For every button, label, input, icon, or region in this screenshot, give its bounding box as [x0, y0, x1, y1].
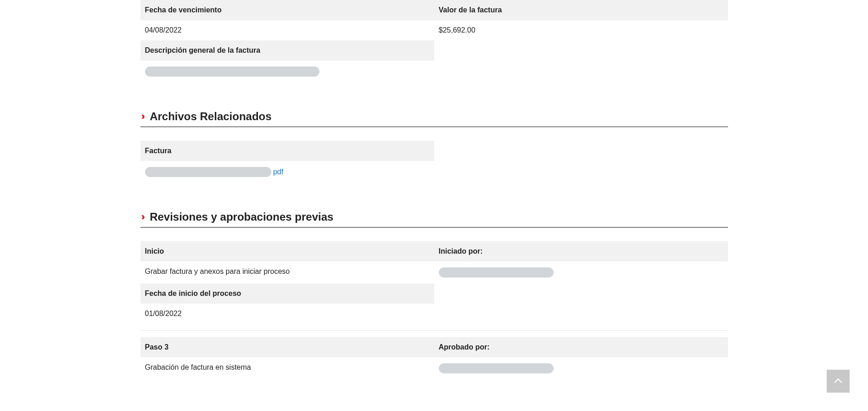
- review-start-header-row: Inicio Iniciado por:: [140, 241, 728, 261]
- file-invoice-header: Factura: [140, 141, 434, 161]
- section-title-related-files: ›› Archivos Relacionados: [140, 110, 728, 123]
- scroll-to-top-button[interactable]: [827, 370, 850, 379]
- review-start-value-row: Grabar factura y anexos para iniciar pro…: [140, 261, 728, 283]
- file-value-row: pdf: [140, 161, 728, 183]
- review-step3-by-header: Aprobado por:: [434, 337, 728, 357]
- section-title-text: Revisiones y aprobaciones previas: [150, 211, 333, 223]
- invoice-amount-header: Valor de la factura: [434, 0, 728, 20]
- double-chevron-right-icon: ››: [141, 111, 145, 122]
- review-start-date-value-row: 01/08/2022: [140, 304, 728, 324]
- review-start-step-header: Inicio: [140, 241, 434, 261]
- review-step3-step-header: Paso 3: [140, 337, 434, 357]
- invoice-description-value-row: [140, 61, 728, 83]
- invoice-description-header-row: Descripción general de la factura: [140, 40, 728, 61]
- due-date-value: 04/08/2022: [140, 20, 434, 40]
- review-step3-value-row: Grabación de factura en sistema: [140, 357, 728, 379]
- section-title-text: Archivos Relacionados: [150, 110, 271, 123]
- invoice-description-value: [140, 61, 434, 83]
- section-divider: [140, 127, 728, 127]
- review-start-by-value: [434, 261, 728, 283]
- review-start-date-header-row: Fecha de inicio del proceso: [140, 283, 728, 304]
- invoice-header-row: Fecha de vencimiento Valor de la factura: [140, 0, 728, 20]
- redacted-text: [145, 67, 319, 77]
- review-step3-header-row: Paso 3 Aprobado por:: [140, 337, 728, 357]
- review-step3-step-value: Grabación de factura en sistema: [140, 357, 434, 379]
- redacted-text: [145, 167, 271, 177]
- due-date-header: Fecha de vencimiento: [140, 0, 434, 20]
- invoice-amount-value: $25,692.00: [434, 20, 728, 40]
- review-start-date-header: Fecha de inicio del proceso: [140, 283, 434, 304]
- file-invoice-value: pdf: [140, 161, 434, 183]
- file-header-row: Factura: [140, 141, 728, 161]
- redacted-text: [439, 363, 554, 373]
- row-divider: [140, 330, 728, 331]
- redacted-text: [439, 267, 554, 278]
- invoice-value-row: 04/08/2022 $25,692.00: [140, 20, 728, 40]
- invoice-description-header: Descripción general de la factura: [140, 40, 434, 61]
- review-step3-by-value: [434, 357, 728, 379]
- section-divider: [140, 227, 728, 228]
- file-pdf-link[interactable]: pdf: [273, 168, 283, 176]
- section-title-reviews: ›› Revisiones y aprobaciones previas: [140, 211, 728, 223]
- double-chevron-right-icon: ››: [141, 211, 145, 223]
- review-start-date-value: 01/08/2022: [140, 304, 434, 324]
- review-start-by-header: Iniciado por:: [434, 241, 728, 261]
- review-start-step-value: Grabar factura y anexos para iniciar pro…: [140, 261, 434, 283]
- chevron-up-icon: [833, 376, 843, 379]
